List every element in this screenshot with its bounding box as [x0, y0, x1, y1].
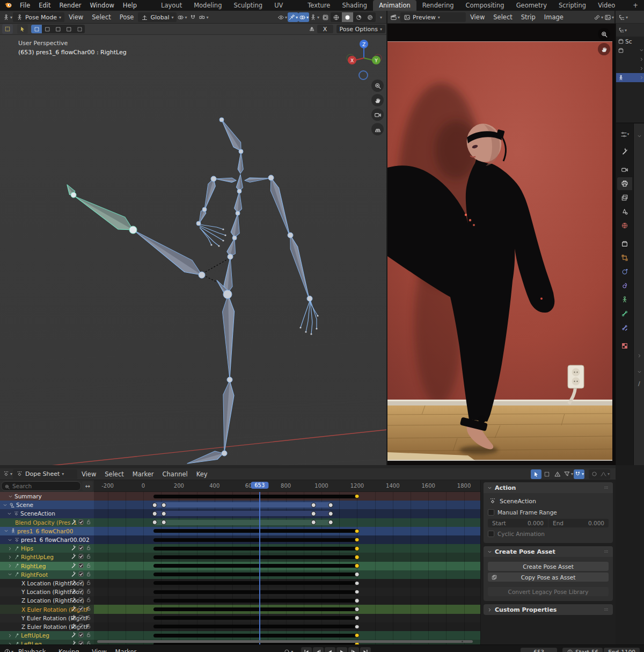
keyframe[interactable] — [328, 503, 333, 508]
armature-joint[interactable] — [288, 233, 293, 238]
properties-tab-collection[interactable] — [617, 237, 632, 250]
properties-tab-texture[interactable] — [617, 339, 632, 352]
viewport-canvas[interactable] — [0, 35, 387, 465]
keyframe-lane[interactable] — [94, 527, 480, 535]
subtract-select-mode[interactable] — [63, 25, 74, 33]
search-input[interactable] — [1, 481, 81, 491]
visibility-dropdown[interactable]: ▾ — [277, 12, 288, 22]
channel-leftupleg[interactable]: LeftUpLeg — [0, 631, 94, 640]
keyframe-lane[interactable] — [94, 553, 480, 561]
cyclic-animation-checkbox[interactable]: Cyclic Animation — [488, 531, 609, 537]
keyframe[interactable] — [355, 494, 360, 499]
mirror-x-button[interactable]: X — [317, 25, 333, 33]
outliner-row-4[interactable] — [616, 73, 644, 82]
preview-pan-button[interactable] — [598, 43, 610, 55]
keyframe-lane[interactable] — [94, 562, 480, 570]
app-menu-edit[interactable]: Edit — [34, 2, 55, 9]
armature-joint[interactable] — [232, 236, 237, 240]
channel-leftleg[interactable]: LeftLeg — [0, 640, 94, 644]
gizmos-toggle[interactable]: ▾ — [288, 12, 298, 22]
channel-blend-opacity-pres-1-6-[interactable]: Blend Opacity (Pres_1_6_ — [0, 518, 94, 527]
armature-joint[interactable] — [223, 290, 232, 299]
timeline-menu-view[interactable]: View — [87, 648, 111, 652]
keyframe[interactable] — [162, 503, 166, 508]
keyframe[interactable] — [311, 520, 316, 525]
play-button[interactable] — [336, 647, 347, 652]
armature-joint[interactable] — [196, 221, 201, 226]
armature-joint[interactable] — [222, 451, 227, 456]
channel-sceneaction[interactable]: SceneAction — [0, 509, 94, 518]
outliner-row-1[interactable] — [616, 46, 644, 55]
keyframe[interactable] — [328, 520, 333, 525]
active-tool-tweak[interactable] — [2, 24, 13, 34]
keyframe[interactable] — [162, 511, 166, 516]
editor-type-dropdown[interactable]: ▾ — [2, 469, 13, 479]
channel-summary[interactable]: Summary — [0, 492, 94, 501]
jump-to-end-button[interactable] — [360, 647, 371, 652]
previous-keyframe-button[interactable] — [313, 647, 324, 652]
dope-menu-channel[interactable]: Channel — [158, 470, 192, 478]
link-dropdown[interactable]: ▾ — [593, 12, 604, 22]
action-panel-header[interactable]: Action — [484, 482, 613, 493]
properties-editor-dropdown[interactable]: ▾ — [617, 128, 632, 141]
extend-select-mode[interactable] — [53, 25, 63, 33]
pivot-point-dropdown[interactable]: ▾ — [177, 12, 187, 22]
snap-settings-dropdown[interactable]: ▾ — [198, 12, 209, 22]
preview-menu-image[interactable]: Image — [540, 13, 568, 21]
properties-tab-render[interactable] — [617, 163, 632, 176]
hide-channels-filter[interactable] — [541, 469, 552, 479]
keyframe-lane[interactable] — [94, 509, 480, 518]
new-select-mode[interactable] — [42, 25, 53, 33]
keyframe[interactable] — [162, 520, 166, 525]
keyframe[interactable] — [355, 590, 360, 595]
pose-options-dropdown[interactable]: Pose Options▾ — [336, 25, 385, 33]
keyframe-lane[interactable] — [94, 501, 480, 509]
keyframe-lane[interactable] — [94, 605, 480, 613]
camera-view-button[interactable] — [371, 108, 384, 121]
keyframe-lane[interactable] — [94, 588, 480, 596]
channel-rightupleg[interactable]: RightUpLeg — [0, 553, 94, 561]
current-frame-field[interactable]: 653 — [521, 648, 557, 652]
pan-hand-button[interactable] — [371, 94, 384, 106]
dope-sheet-mode-dropdown[interactable]: Dope Sheet▾ — [13, 469, 77, 479]
keyframe-lane[interactable] — [94, 614, 480, 622]
channel-y-location-rightfoot-[interactable]: Y Location (RightFoot) — [0, 588, 94, 596]
pose-mode-dropdown[interactable]: Pose Mode▾ — [13, 12, 64, 22]
snap-dropdown[interactable]: ▾ — [574, 469, 584, 479]
overlays-toggle[interactable]: ▾ — [298, 12, 309, 22]
channel-rightleg[interactable]: RightLeg — [0, 562, 94, 570]
workspace-tab-compositing[interactable]: Compositing — [460, 0, 510, 11]
keyframe[interactable] — [355, 581, 360, 586]
armature-joint[interactable] — [71, 192, 76, 198]
channel-z-location-rightfoot-[interactable]: Z Location (RightFoot) — [0, 596, 94, 605]
playhead-line[interactable] — [259, 492, 260, 644]
workspace-tab-video-editing[interactable]: Video Editing — [592, 0, 627, 11]
workspace-tab-rendering[interactable]: Rendering — [416, 0, 460, 11]
keyframe-lane[interactable] — [94, 596, 480, 605]
keyframe[interactable] — [355, 538, 360, 542]
keyframe-lane[interactable] — [94, 492, 480, 501]
workspace-tab-uv-editing[interactable]: UV Editing — [268, 0, 302, 11]
preview-zoom-button[interactable] — [598, 28, 610, 40]
app-menu-help[interactable]: Help — [119, 2, 141, 9]
properties-tab-particles[interactable] — [617, 279, 632, 292]
manual-frame-range-checkbox[interactable]: Manual Frame Range — [488, 509, 609, 516]
channel-z-euler-rotation-rightf[interactable]: Z Euler Rotation (RightF — [0, 622, 94, 631]
filter-dropdown[interactable]: ▾ — [563, 469, 574, 479]
dope-menu-marker[interactable]: Marker — [128, 470, 158, 478]
end-frame-field[interactable]: End1100 — [604, 648, 640, 652]
keyframe-lane[interactable] — [94, 570, 480, 579]
sequencer-icon-dropdown[interactable]: ▾ — [390, 12, 400, 22]
workspace-tab-animation[interactable]: Animation — [373, 0, 416, 11]
keyframe[interactable] — [152, 503, 157, 508]
keyframe-lane[interactable] — [94, 544, 480, 553]
rendered-shading[interactable] — [364, 12, 376, 22]
workspace-tab-modeling[interactable]: Modeling — [188, 0, 228, 11]
timeline-ruler[interactable]: -200020040060080010001200140016001800653 — [94, 480, 480, 492]
keyframe-lane[interactable] — [94, 518, 480, 527]
keyframe[interactable] — [355, 563, 360, 568]
keyframe-area[interactable] — [94, 492, 480, 644]
preview-menu-view[interactable]: View — [466, 13, 489, 21]
viewport-menu-select[interactable]: Select — [87, 13, 115, 21]
workspace-tab-layout[interactable]: Layout — [155, 0, 188, 11]
